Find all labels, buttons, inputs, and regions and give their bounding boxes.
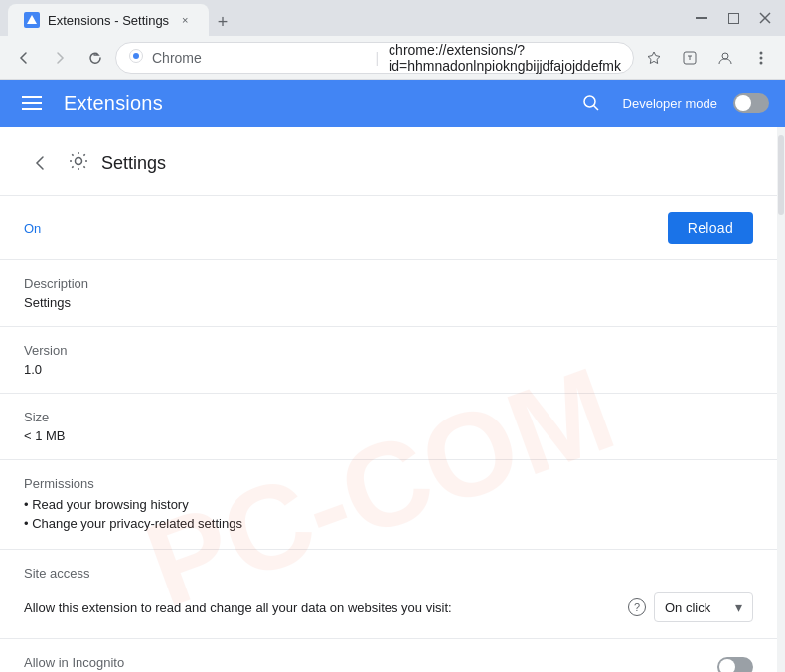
incognito-toggle[interactable] xyxy=(717,657,753,672)
hamburger-menu-button[interactable] xyxy=(16,87,48,119)
version-left: Version 1.0 xyxy=(24,343,753,377)
window-controls xyxy=(690,6,777,30)
tab-bar: Extensions - Settings × + xyxy=(8,0,236,36)
toggle-thumb xyxy=(735,95,751,111)
browser-frame: Extensions - Settings × + xyxy=(0,0,785,672)
permission-item-1: Read your browsing history xyxy=(24,495,753,514)
bookmark-star-button[interactable] xyxy=(638,42,670,74)
incognito-left: Allow in Incognito Warning: Google Chrom… xyxy=(24,655,501,672)
developer-mode-label: Developer mode xyxy=(623,96,717,111)
help-icon[interactable]: ? xyxy=(628,598,646,616)
active-tab[interactable]: Extensions - Settings × xyxy=(8,4,209,36)
reload-nav-button[interactable] xyxy=(79,42,111,74)
address-url: chrome://extensions/?id=hhmnadonlnpiokng… xyxy=(389,42,621,74)
svg-point-10 xyxy=(760,61,763,64)
title-bar: Extensions - Settings × + xyxy=(0,0,785,36)
version-row: Version 1.0 xyxy=(0,327,777,394)
status-on-label: On xyxy=(24,221,41,236)
restore-button[interactable] xyxy=(721,6,745,30)
svg-line-15 xyxy=(593,106,598,111)
address-chrome-icon xyxy=(128,48,144,67)
svg-point-9 xyxy=(760,56,763,59)
size-label: Size xyxy=(24,410,753,424)
dropdown-value: On click xyxy=(665,600,710,615)
search-button[interactable] xyxy=(575,87,607,119)
address-bar[interactable]: Chrome | chrome://extensions/?id=hhmnado… xyxy=(115,42,634,74)
permissions-list: Read your browsing history Change your p… xyxy=(24,495,753,533)
version-label: Version xyxy=(24,343,753,358)
close-button[interactable] xyxy=(753,6,777,30)
settings-body: On Reload Description Settings Version 1… xyxy=(0,196,777,672)
incognito-section: Allow in Incognito Warning: Google Chrom… xyxy=(0,639,777,672)
site-access-label: Site access xyxy=(24,566,753,581)
content-area: PC-COM Settings On Reload xyxy=(0,127,785,672)
tab-favicon xyxy=(24,12,40,28)
description-left: Description Settings xyxy=(24,276,753,310)
svg-rect-12 xyxy=(22,102,42,104)
address-separator: | xyxy=(375,50,379,66)
svg-point-7 xyxy=(722,53,728,59)
app-bar: Extensions Developer mode xyxy=(0,80,785,127)
site-access-row: Allow this extension to read and change … xyxy=(24,592,753,622)
forward-nav-button[interactable] xyxy=(44,42,76,74)
svg-point-4 xyxy=(133,53,139,59)
permissions-row: Permissions Read your browsing history C… xyxy=(0,460,777,550)
description-value: Settings xyxy=(24,295,753,310)
svg-point-8 xyxy=(760,51,763,54)
svg-rect-0 xyxy=(696,17,707,19)
tab-title: Extensions - Settings xyxy=(48,13,169,28)
settings-back-button[interactable] xyxy=(24,147,56,179)
svg-rect-1 xyxy=(728,13,738,23)
svg-rect-13 xyxy=(22,108,42,110)
size-value: < 1 MB xyxy=(24,428,753,443)
reload-button[interactable]: Reload xyxy=(668,212,753,244)
svg-point-16 xyxy=(76,157,82,164)
site-access-text: Allow this extension to read and change … xyxy=(24,600,620,615)
profile-button[interactable] xyxy=(709,42,741,74)
incognito-toggle-thumb xyxy=(719,659,735,672)
address-chrome-label: Chrome xyxy=(152,50,365,66)
nav-bar: Chrome | chrome://extensions/?id=hhmnado… xyxy=(0,36,785,80)
new-tab-button[interactable]: + xyxy=(209,8,236,36)
permission-item-2: Change your privacy-related settings xyxy=(24,514,753,533)
app-title: Extensions xyxy=(64,92,559,115)
incognito-label: Allow in Incognito xyxy=(24,655,501,670)
extension-puzzle-button[interactable] xyxy=(674,42,706,74)
settings-gear-icon xyxy=(68,150,89,177)
permissions-left: Permissions Read your browsing history C… xyxy=(24,476,753,533)
back-nav-button[interactable] xyxy=(8,42,40,74)
site-access-section: Site access Allow this extension to read… xyxy=(0,550,777,639)
settings-header: Settings xyxy=(0,127,777,196)
permissions-label: Permissions xyxy=(24,476,753,491)
size-row: Size < 1 MB xyxy=(0,394,777,460)
description-label: Description xyxy=(24,276,753,291)
version-value: 1.0 xyxy=(24,362,753,377)
dropdown-arrow-icon: ▾ xyxy=(735,599,742,615)
svg-point-14 xyxy=(584,96,595,107)
description-row: Description Settings xyxy=(0,260,777,327)
site-access-dropdown[interactable]: On click ▾ xyxy=(654,592,753,622)
scrollbar-thumb[interactable] xyxy=(778,135,784,215)
incognito-top: Allow in Incognito Warning: Google Chrom… xyxy=(24,655,753,672)
svg-rect-11 xyxy=(22,96,42,98)
size-left: Size < 1 MB xyxy=(24,410,753,443)
developer-mode-toggle[interactable] xyxy=(733,93,769,113)
nav-actions xyxy=(638,42,777,74)
status-row: On Reload xyxy=(0,196,777,260)
scrollbar-track[interactable] xyxy=(777,127,785,672)
minimize-button[interactable] xyxy=(690,6,713,30)
tab-close-btn[interactable]: × xyxy=(177,12,193,28)
more-options-button[interactable] xyxy=(745,42,777,74)
settings-title: Settings xyxy=(101,153,166,174)
main-panel: PC-COM Settings On Reload xyxy=(0,127,777,672)
